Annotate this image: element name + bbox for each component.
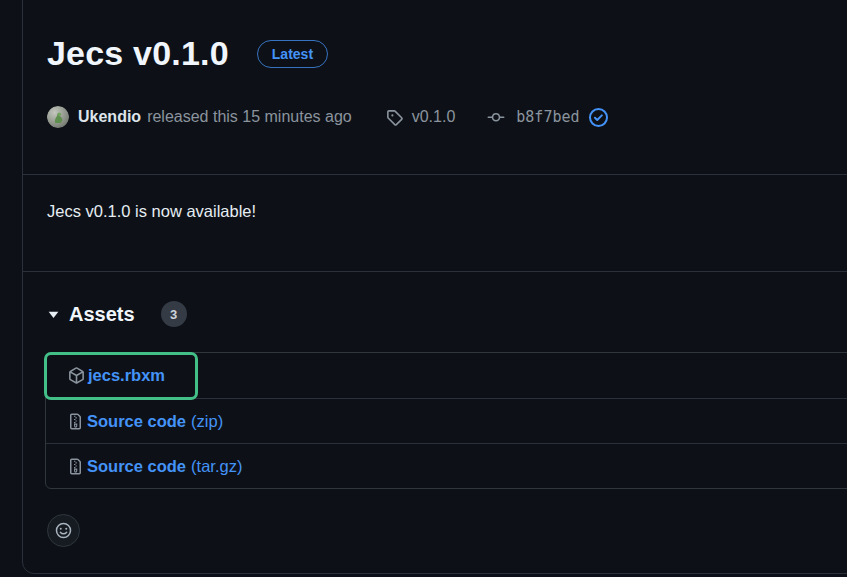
- release-body: Jecs v0.1.0 is now available!: [47, 202, 847, 221]
- avatar-image: [47, 106, 69, 128]
- tag-icon: [386, 109, 403, 126]
- package-icon: [68, 367, 85, 384]
- git-commit-icon: [485, 109, 507, 126]
- file-zip-icon: [68, 413, 84, 430]
- avatar[interactable]: [47, 106, 69, 128]
- tag-name: v0.1.0: [412, 108, 456, 126]
- verified-icon[interactable]: [588, 107, 609, 128]
- asset-row: Source code (zip): [46, 398, 847, 443]
- asset-suffix: (tar.gz): [191, 457, 242, 476]
- commit-hash: b8f7bed: [516, 108, 579, 126]
- latest-badge[interactable]: Latest: [257, 40, 328, 68]
- header-divider: [23, 174, 847, 175]
- asset-link-source-targz[interactable]: Source code (tar.gz): [68, 457, 242, 476]
- smiley-icon: [55, 522, 72, 539]
- file-zip-icon: [68, 458, 84, 475]
- asset-link-source-zip[interactable]: Source code (zip): [68, 412, 223, 431]
- assets-heading: Assets: [69, 303, 135, 326]
- release-card: Jecs v0.1.0 Latest: [22, 0, 847, 574]
- asset-row: Source code (tar.gz): [46, 443, 847, 488]
- asset-list: jecs.rbxm Source code (zip): [45, 352, 847, 489]
- page-title: Jecs v0.1.0: [47, 34, 229, 73]
- triangle-down-icon: [47, 308, 60, 321]
- asset-name: Source code: [87, 457, 186, 476]
- reactions-bar: [47, 514, 847, 547]
- asset-name: Source code: [87, 412, 186, 431]
- asset-row: jecs.rbxm: [46, 353, 847, 398]
- asset-name: jecs.rbxm: [88, 366, 165, 385]
- commit-link[interactable]: b8f7bed: [485, 108, 579, 126]
- released-text: released this 15 minutes ago: [147, 108, 352, 126]
- tag-link[interactable]: v0.1.0: [386, 108, 456, 126]
- asset-suffix: (zip): [191, 412, 223, 431]
- body-divider: [23, 271, 847, 272]
- author-link[interactable]: Ukendio: [78, 108, 141, 126]
- release-header: Jecs v0.1.0 Latest: [47, 34, 847, 73]
- assets-header[interactable]: Assets 3: [47, 301, 847, 327]
- asset-link-jecs-rbxm[interactable]: jecs.rbxm: [68, 366, 170, 385]
- add-reaction-button[interactable]: [47, 514, 80, 547]
- assets-count-badge: 3: [161, 301, 187, 327]
- release-byline: Ukendio released this 15 minutes ago v0.…: [47, 106, 847, 128]
